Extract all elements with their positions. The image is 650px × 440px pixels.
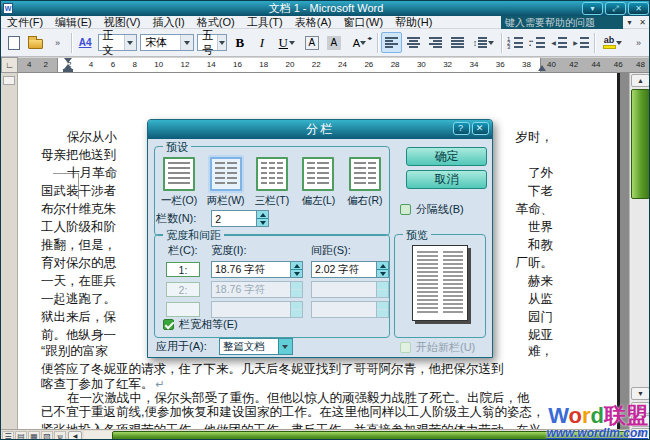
align-center-button[interactable]	[403, 32, 424, 53]
width-value[interactable]	[212, 302, 290, 317]
menu-item[interactable]: 帮助(H)	[389, 16, 438, 29]
spacing-stepper[interactable]	[311, 301, 389, 318]
spin-down-icon[interactable]	[291, 310, 302, 317]
chevron-down-icon[interactable]	[180, 35, 193, 50]
size-combo[interactable]: 五号	[197, 34, 227, 51]
chevron-down-icon[interactable]	[360, 41, 367, 45]
spin-down-icon[interactable]	[291, 270, 302, 277]
spacing-stepper[interactable]: 2.02 字符	[311, 261, 389, 278]
chevron-down-icon[interactable]	[616, 41, 623, 45]
minimize-button[interactable]: ▾	[582, 2, 603, 15]
spin-up-icon[interactable]	[291, 262, 302, 270]
menu-close-icon[interactable]: ✕	[636, 18, 649, 27]
bold-button[interactable]: B	[229, 32, 250, 53]
right-indent-marker[interactable]	[538, 65, 546, 71]
chevron-down-icon[interactable]	[288, 41, 295, 45]
bullets-button[interactable]: •••	[526, 32, 547, 53]
width-value[interactable]: 18.76 字符	[212, 262, 290, 277]
spin-down-icon[interactable]	[377, 270, 388, 277]
open-button[interactable]	[25, 32, 46, 53]
spin-up-icon[interactable]	[377, 262, 388, 270]
spacing-value[interactable]	[312, 302, 376, 317]
menu-item[interactable]: 编辑(E)	[49, 16, 98, 29]
apply-to-dropdown[interactable]: 整篇文档	[219, 338, 293, 355]
equal-width-checkbox[interactable]	[163, 319, 174, 330]
line-between-checkbox[interactable]	[400, 204, 411, 215]
spin-down-icon[interactable]	[257, 219, 268, 226]
spin-up-icon[interactable]	[257, 211, 268, 219]
spin-down-icon[interactable]	[377, 310, 388, 317]
first-line-indent-marker[interactable]	[64, 58, 72, 63]
scroll-down-icon[interactable]: ▼	[631, 387, 650, 400]
ok-button[interactable]: 确定	[406, 147, 487, 166]
preset-option[interactable]: 偏左(L)	[298, 157, 338, 208]
spacing-stepper[interactable]	[311, 281, 389, 298]
restore-button[interactable]: ⤢	[605, 2, 626, 15]
preset-option[interactable]: 一栏(O)	[159, 157, 199, 208]
view-button[interactable]: ☰	[2, 431, 14, 440]
menu-item[interactable]: 窗口(W)	[337, 16, 389, 29]
distribute-button[interactable]	[447, 32, 468, 53]
chevron-down-icon[interactable]	[487, 41, 494, 45]
width-stepper[interactable]	[211, 301, 303, 318]
preset-option[interactable]: 偏右(R)	[345, 157, 385, 208]
spin-down-icon[interactable]	[377, 290, 388, 297]
line-spacing-button[interactable]: ↕	[469, 32, 498, 53]
character-border-button[interactable]: A	[301, 32, 322, 53]
highlight-button[interactable]: ab	[598, 32, 627, 53]
menu-item[interactable]: 文件(F)	[1, 16, 49, 29]
underline-button[interactable]: U	[273, 32, 300, 53]
dialog-help-button[interactable]: ?	[453, 122, 470, 135]
scroll-left-icon[interactable]: ◀	[68, 431, 82, 440]
vertical-scrollbar[interactable]: ▲ ▼ ⇞ ○ ⇟	[629, 73, 650, 440]
view-button[interactable]: ▤	[15, 431, 27, 440]
width-value[interactable]: 18.76 字符	[212, 282, 290, 297]
close-button[interactable]: ✕	[628, 2, 649, 15]
italic-button[interactable]: I	[251, 32, 272, 53]
numbering-button[interactable]: 123	[504, 32, 525, 53]
spin-up-icon[interactable]	[291, 282, 302, 290]
style-combo[interactable]: 正文	[98, 34, 138, 51]
left-indent-marker[interactable]	[63, 69, 73, 72]
font-combo[interactable]: 宋体	[140, 34, 194, 51]
spacing-value[interactable]	[312, 282, 376, 297]
chevron-down-icon[interactable]	[217, 35, 226, 50]
chevron-down-icon[interactable]	[278, 339, 292, 354]
dialog-close-button[interactable]: ✕	[472, 122, 489, 135]
new-document-button[interactable]	[3, 32, 24, 53]
menu-item[interactable]: 插入(I)	[146, 16, 190, 29]
character-shading-button[interactable]: A	[323, 32, 344, 53]
width-stepper[interactable]: 18.76 字符	[211, 281, 303, 298]
cancel-button[interactable]: 取消	[406, 170, 487, 189]
view-button[interactable]: ▦	[28, 431, 40, 440]
spacing-value[interactable]: 2.02 字符	[312, 262, 376, 277]
styles-formatting-button[interactable]: A4	[75, 32, 96, 53]
spin-up-icon[interactable]	[377, 282, 388, 290]
chevron-down-icon[interactable]	[124, 35, 137, 50]
toolbar-options-button[interactable]: »	[628, 32, 649, 53]
dialog-title-bar[interactable]: 分栏 ? ✕	[148, 120, 492, 139]
increase-indent-button[interactable]: ▶	[570, 32, 591, 53]
width-stepper[interactable]: 18.76 字符	[211, 261, 303, 278]
view-button[interactable]: ▧	[41, 431, 53, 440]
help-dropdown-icon[interactable]: ▾	[623, 18, 636, 27]
spin-down-icon[interactable]	[291, 290, 302, 297]
spin-up-icon[interactable]	[291, 302, 302, 310]
columns-value[interactable]: 2	[212, 211, 256, 226]
help-question-input[interactable]: 键入需要帮助的问题	[501, 16, 623, 29]
tab-selector[interactable]: ∟	[1, 57, 18, 73]
vertical-scroll-thumb[interactable]	[631, 89, 650, 199]
view-button[interactable]: ѱ	[54, 431, 66, 440]
menu-item[interactable]: 工具(T)	[241, 16, 289, 29]
scroll-up-icon[interactable]: ▲	[631, 74, 650, 87]
spin-up-icon[interactable]	[377, 302, 388, 310]
decrease-indent-button[interactable]: ◀	[548, 32, 569, 53]
character-scale-button[interactable]: A◂▸	[345, 32, 374, 53]
toolbar-overflow-left[interactable]: »	[47, 32, 68, 53]
align-right-button[interactable]	[425, 32, 446, 53]
columns-stepper[interactable]: 2	[211, 210, 269, 227]
preset-option[interactable]: 三栏(T)	[252, 157, 292, 208]
align-left-button[interactable]	[381, 32, 402, 53]
menu-item[interactable]: 表格(A)	[289, 16, 338, 29]
preset-option[interactable]: 两栏(W)	[205, 157, 245, 208]
